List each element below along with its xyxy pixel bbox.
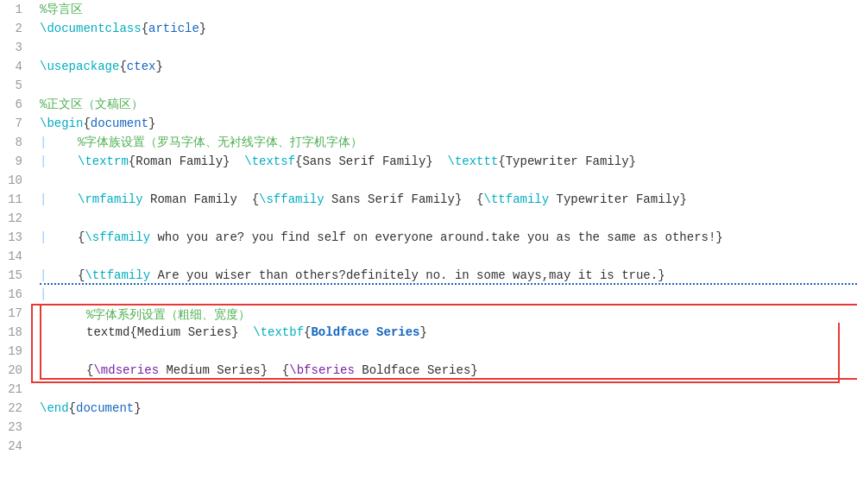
code-line-3	[40, 38, 857, 57]
code-line-18: textmd{Medium Series} \textbf{Boldface S…	[40, 323, 857, 342]
code-line-17: %字体系列设置（粗细、宽度）	[40, 304, 857, 323]
code-line-9: | \textrm{Roman Family} \textsf{Sans Ser…	[40, 152, 857, 171]
code-line-15: | {\ttfamily Are you wiser than others?d…	[40, 266, 857, 285]
code-editor: 1 2 3 4 5 6 7 8 9 10 11 12 13 14 15 16 1…	[0, 0, 857, 504]
code-line-24	[40, 437, 857, 456]
code-line-10	[40, 171, 857, 190]
code-line-4: \usepackage{ctex}	[40, 57, 857, 76]
code-line-5	[40, 76, 857, 95]
code-line-21	[40, 380, 857, 399]
code-content[interactable]: %导言区 \documentclass{article} \usepackage…	[31, 0, 857, 504]
code-line-16: |	[40, 285, 857, 304]
code-line-1: %导言区	[40, 0, 857, 19]
code-line-13: | {\sffamily who you are? you find self …	[40, 228, 857, 247]
code-line-20: {\mdseries Medium Series} {\bfseries Bol…	[40, 361, 857, 380]
code-line-8: | %字体族设置（罗马字体、无衬线字体、打字机字体）	[40, 133, 857, 152]
code-line-2: \documentclass{article}	[40, 19, 857, 38]
code-line-22: \end{document}	[40, 399, 857, 418]
code-line-7: \begin{document}	[40, 114, 857, 133]
code-line-11: | \rmfamily Roman Family {\sffamily Sans…	[40, 190, 857, 209]
code-line-23	[40, 418, 857, 437]
line-numbers: 1 2 3 4 5 6 7 8 9 10 11 12 13 14 15 16 1…	[0, 0, 31, 504]
code-line-19	[40, 342, 857, 361]
code-line-12	[40, 209, 857, 228]
code-line-14	[40, 247, 857, 266]
code-line-6: %正文区（文稿区）	[40, 95, 857, 114]
